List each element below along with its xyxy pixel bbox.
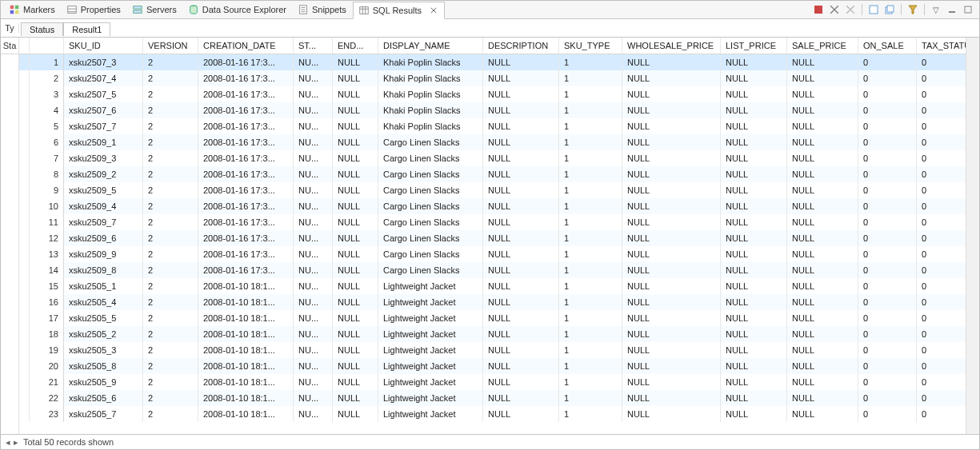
cell-sale_price[interactable]: NULL — [787, 262, 858, 278]
cell-st[interactable]: NU... — [294, 358, 333, 374]
cell-tax_status[interactable]: 0 — [917, 326, 966, 342]
cell-sale_price[interactable]: NULL — [787, 118, 858, 134]
cell-creation_date[interactable]: 2008-01-16 17:3... — [198, 214, 294, 230]
cell-tax_status[interactable]: 0 — [917, 214, 966, 230]
cell-list_price[interactable]: NULL — [721, 374, 787, 390]
sta-column-header[interactable]: Sta — [1, 38, 18, 54]
cell-sale_price[interactable]: NULL — [787, 406, 858, 422]
cell-creation_date[interactable]: 2008-01-10 18:1... — [198, 406, 294, 422]
col-header-on_sale[interactable]: ON_SALE — [858, 38, 917, 54]
cell-tax_status[interactable]: 0 — [917, 342, 966, 358]
cell-version[interactable]: 2 — [143, 310, 198, 326]
view-tab-servers[interactable]: Servers — [127, 2, 182, 18]
cell-sku_type[interactable]: 1 — [559, 406, 622, 422]
cell-on_sale[interactable]: 0 — [858, 86, 917, 102]
cell-on_sale[interactable]: 0 — [858, 374, 917, 390]
cell-creation_date[interactable]: 2008-01-16 17:3... — [198, 262, 294, 278]
cell-version[interactable]: 2 — [143, 294, 198, 310]
cell-wholesale_price[interactable]: NULL — [622, 230, 721, 246]
cell-on_sale[interactable]: 0 — [858, 358, 917, 374]
cell-sku_id[interactable]: xsku2505_6 — [64, 390, 143, 406]
cell-creation_date[interactable]: 2008-01-10 18:1... — [198, 310, 294, 326]
cell-sku_type[interactable]: 1 — [559, 118, 622, 134]
cell-sale_price[interactable]: NULL — [787, 358, 858, 374]
table-row[interactable]: 4xsku2507_622008-01-16 17:3...NU...NULLK… — [19, 102, 966, 118]
cell-on_sale[interactable]: 0 — [858, 70, 917, 86]
cell-end[interactable]: NULL — [333, 70, 378, 86]
table-row[interactable]: 2xsku2507_422008-01-16 17:3...NU...NULLK… — [19, 70, 966, 86]
cell-wholesale_price[interactable]: NULL — [622, 54, 721, 71]
cell-st[interactable]: NU... — [294, 214, 333, 230]
cell-st[interactable]: NU... — [294, 118, 333, 134]
cell-display_name[interactable]: Lightweight Jacket — [378, 310, 483, 326]
cell-display_name[interactable]: Cargo Linen Slacks — [378, 166, 483, 182]
cell-tax_status[interactable]: 0 — [917, 134, 966, 150]
cell-end[interactable]: NULL — [333, 230, 378, 246]
cell-end[interactable]: NULL — [333, 278, 378, 294]
cell-version[interactable]: 2 — [143, 326, 198, 342]
cell-wholesale_price[interactable]: NULL — [622, 406, 721, 422]
cell-sku_id[interactable]: xsku2507_4 — [64, 70, 143, 86]
cell-rownum[interactable]: 21 — [30, 374, 64, 390]
cell-sale_price[interactable]: NULL — [787, 150, 858, 166]
cell-display_name[interactable]: Cargo Linen Slacks — [378, 230, 483, 246]
cell-sku_id[interactable]: xsku2509_8 — [64, 262, 143, 278]
cell-st[interactable]: NU... — [294, 230, 333, 246]
cell-end[interactable]: NULL — [333, 102, 378, 118]
cell-wholesale_price[interactable]: NULL — [622, 134, 721, 150]
cell-sale_price[interactable]: NULL — [787, 166, 858, 182]
table-row[interactable]: 13xsku2509_922008-01-16 17:3...NU...NULL… — [19, 246, 966, 262]
cell-rownum[interactable]: 6 — [30, 134, 64, 150]
cell-version[interactable]: 2 — [143, 150, 198, 166]
cell-wholesale_price[interactable]: NULL — [622, 118, 721, 134]
cell-st[interactable]: NU... — [294, 102, 333, 118]
cell-sku_type[interactable]: 1 — [559, 102, 622, 118]
table-row[interactable]: 3xsku2507_522008-01-16 17:3...NU...NULLK… — [19, 86, 966, 102]
cell-tax_status[interactable]: 0 — [917, 118, 966, 134]
cell-rownum[interactable]: 12 — [30, 230, 64, 246]
cell-on_sale[interactable]: 0 — [858, 390, 917, 406]
cell-sku_type[interactable]: 1 — [559, 86, 622, 102]
cell-sku_type[interactable]: 1 — [559, 294, 622, 310]
cell-display_name[interactable]: Cargo Linen Slacks — [378, 198, 483, 214]
cell-description[interactable]: NULL — [483, 406, 559, 422]
cell-sku_id[interactable]: xsku2509_2 — [64, 166, 143, 182]
cell-description[interactable]: NULL — [483, 262, 559, 278]
cell-sale_price[interactable]: NULL — [787, 246, 858, 262]
cell-sku_id[interactable]: xsku2509_9 — [64, 246, 143, 262]
cell-rownum[interactable]: 20 — [30, 358, 64, 374]
col-header-version[interactable]: VERSION — [143, 38, 198, 54]
cell-wholesale_price[interactable]: NULL — [622, 326, 721, 342]
cell-wholesale_price[interactable]: NULL — [622, 342, 721, 358]
cell-tax_status[interactable]: 0 — [917, 278, 966, 294]
cell-description[interactable]: NULL — [483, 198, 559, 214]
cell-sku_id[interactable]: xsku2507_5 — [64, 86, 143, 102]
cell-st[interactable]: NU... — [294, 86, 333, 102]
table-row[interactable]: 16xsku2505_422008-01-10 18:1...NU...NULL… — [19, 294, 966, 310]
sub-tab-status[interactable]: Status — [21, 22, 63, 36]
cell-display_name[interactable]: Cargo Linen Slacks — [378, 134, 483, 150]
cell-creation_date[interactable]: 2008-01-16 17:3... — [198, 54, 294, 71]
cell-wholesale_price[interactable]: NULL — [622, 166, 721, 182]
table-row[interactable]: 21xsku2505_922008-01-10 18:1...NU...NULL… — [19, 374, 966, 390]
close-icon[interactable] — [428, 5, 439, 16]
cell-version[interactable]: 2 — [143, 262, 198, 278]
table-row[interactable]: 20xsku2505_822008-01-10 18:1...NU...NULL… — [19, 358, 966, 374]
ty-column-header[interactable]: Ty — [1, 23, 19, 33]
cell-st[interactable]: NU... — [294, 294, 333, 310]
cell-display_name[interactable]: Lightweight Jacket — [378, 342, 483, 358]
table-row[interactable]: 15xsku2505_122008-01-10 18:1...NU...NULL… — [19, 278, 966, 294]
cell-sale_price[interactable]: NULL — [787, 294, 858, 310]
cell-rownum[interactable]: 15 — [30, 278, 64, 294]
cell-description[interactable]: NULL — [483, 86, 559, 102]
col-header-display_name[interactable]: DISPLAY_NAME — [378, 38, 483, 54]
cell-st[interactable]: NU... — [294, 374, 333, 390]
cell-list_price[interactable]: NULL — [721, 134, 787, 150]
cell-version[interactable]: 2 — [143, 166, 198, 182]
cell-wholesale_price[interactable]: NULL — [622, 150, 721, 166]
cell-wholesale_price[interactable]: NULL — [622, 182, 721, 198]
cell-wholesale_price[interactable]: NULL — [622, 310, 721, 326]
stop-icon[interactable] — [812, 3, 825, 16]
cell-sale_price[interactable]: NULL — [787, 134, 858, 150]
table-row[interactable]: 7xsku2509_322008-01-16 17:3...NU...NULLC… — [19, 150, 966, 166]
